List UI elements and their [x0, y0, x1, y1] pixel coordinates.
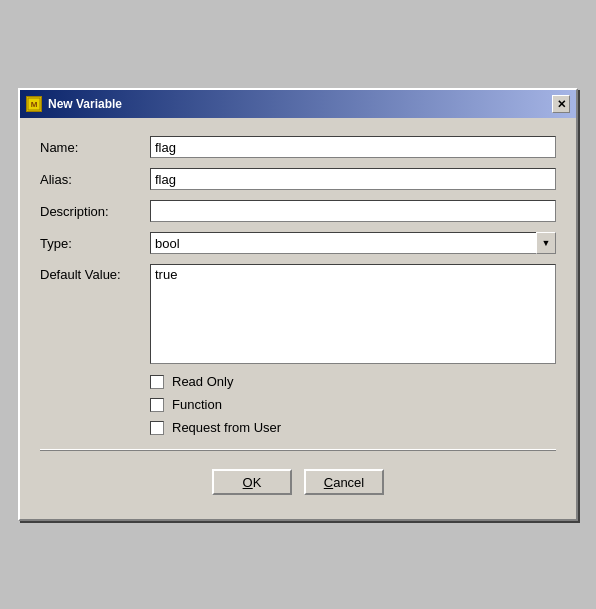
description-label: Description:	[40, 204, 150, 219]
alias-label: Alias:	[40, 172, 150, 187]
cancel-underline-char: C	[324, 475, 333, 490]
dialog-window: M New Variable ✕ Name: Alias: Descriptio…	[18, 88, 578, 521]
default-value-label: Default Value:	[40, 264, 150, 282]
alias-input[interactable]	[150, 168, 556, 190]
function-row: Function	[150, 397, 556, 412]
ok-underline-char: O	[243, 475, 253, 490]
checkboxes-section: Read Only Function Request from User	[150, 374, 556, 435]
name-row: Name:	[40, 136, 556, 158]
default-value-row: Default Value: true	[40, 264, 556, 364]
description-input[interactable]	[150, 200, 556, 222]
type-label: Type:	[40, 236, 150, 251]
request-from-user-label: Request from User	[172, 420, 281, 435]
cancel-rest: ancel	[333, 475, 364, 490]
dialog-content: Name: Alias: Description: Type: bool int…	[20, 118, 576, 519]
name-label: Name:	[40, 140, 150, 155]
request-from-user-row: Request from User	[150, 420, 556, 435]
type-select-wrapper: bool int string float	[150, 232, 556, 254]
alias-row: Alias:	[40, 168, 556, 190]
read-only-checkbox[interactable]	[150, 375, 164, 389]
dialog-title: New Variable	[48, 97, 122, 111]
name-input[interactable]	[150, 136, 556, 158]
default-value-input[interactable]: true	[150, 264, 556, 364]
svg-text:M: M	[31, 100, 38, 109]
read-only-row: Read Only	[150, 374, 556, 389]
request-from-user-checkbox[interactable]	[150, 421, 164, 435]
ok-button[interactable]: OK	[212, 469, 292, 495]
read-only-label: Read Only	[172, 374, 233, 389]
type-row: Type: bool int string float	[40, 232, 556, 254]
function-checkbox[interactable]	[150, 398, 164, 412]
title-bar: M New Variable ✕	[20, 90, 576, 118]
title-bar-left: M New Variable	[26, 96, 122, 112]
divider	[40, 449, 556, 451]
cancel-button[interactable]: Cancel	[304, 469, 384, 495]
button-row: OK Cancel	[40, 461, 556, 505]
type-select[interactable]: bool int string float	[150, 232, 556, 254]
close-button[interactable]: ✕	[552, 95, 570, 113]
description-row: Description:	[40, 200, 556, 222]
function-label: Function	[172, 397, 222, 412]
ok-rest: K	[253, 475, 262, 490]
app-icon: M	[26, 96, 42, 112]
